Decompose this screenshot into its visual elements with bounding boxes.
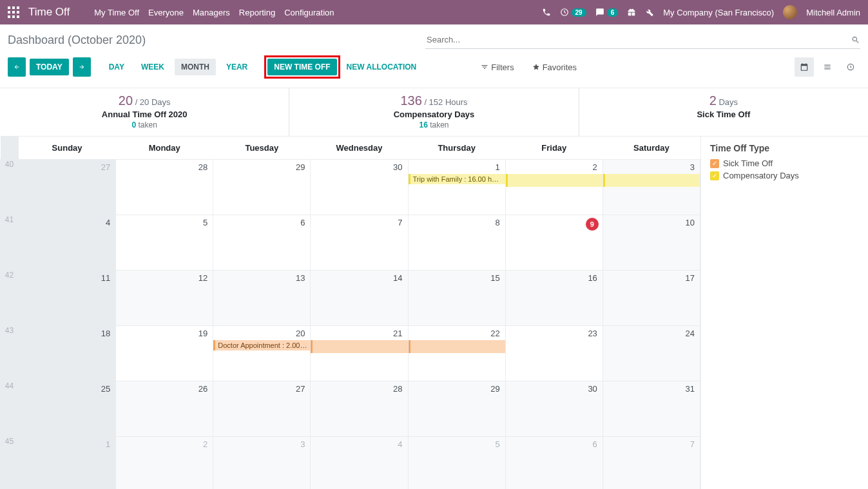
new-allocation-button[interactable]: NEW ALLOCATION: [344, 59, 420, 75]
day-number: 26: [198, 384, 207, 394]
calendar-day[interactable]: 23: [505, 326, 603, 381]
calendar-event-continuation[interactable]: [311, 340, 407, 353]
legend-checkbox[interactable]: ✓: [710, 159, 719, 168]
prev-button[interactable]: [8, 57, 26, 77]
company-selector[interactable]: My Company (San Francisco): [663, 8, 774, 17]
day-number: 11: [101, 273, 110, 283]
calendar-day[interactable]: 27: [19, 160, 116, 215]
calendar-event[interactable]: Trip with Family : 16.00 hours: [409, 174, 505, 184]
phone-icon[interactable]: [542, 8, 551, 17]
calendar-day[interactable]: 11: [19, 271, 116, 326]
calendar-day[interactable]: 1Trip with Family : 16.00 hours: [408, 160, 505, 215]
calendar-day[interactable]: 2: [116, 437, 213, 490]
nav-configuration[interactable]: Configuration: [284, 8, 334, 17]
day-number: 16: [588, 273, 597, 283]
calendar-event-continuation[interactable]: [603, 174, 700, 187]
messages-icon[interactable]: 6: [595, 8, 619, 17]
tools-icon[interactable]: [645, 8, 654, 17]
calendar-day[interactable]: 24: [603, 326, 700, 381]
view-calendar-button[interactable]: [795, 57, 814, 77]
nav-everyone[interactable]: Everyone: [148, 8, 184, 17]
search-input[interactable]: [425, 32, 847, 47]
view-list-button[interactable]: [818, 57, 837, 77]
nav-reporting[interactable]: Reporting: [239, 8, 275, 17]
favorites-button[interactable]: Favorites: [532, 62, 577, 72]
legend-item[interactable]: ✓Sick Time Off: [710, 158, 859, 168]
calendar-day[interactable]: 28: [116, 160, 213, 215]
calendar-day[interactable]: 7: [311, 215, 408, 271]
calendar-day[interactable]: 2: [505, 160, 603, 215]
day-number: 29: [490, 384, 499, 394]
summary-card-annual[interactable]: 20 / 20 Days Annual Time Off 2020 0 take…: [0, 88, 289, 136]
user-name[interactable]: Mitchell Admin: [806, 8, 860, 17]
calendar-day[interactable]: 31: [603, 381, 700, 437]
calendar-day[interactable]: 20Doctor Appointment : 2.00 days: [213, 326, 311, 381]
activity-icon[interactable]: 29: [560, 8, 586, 17]
calendar-day[interactable]: 30: [505, 381, 603, 437]
new-time-off-button[interactable]: NEW TIME OFF: [267, 59, 336, 75]
search-bar[interactable]: [425, 31, 860, 49]
next-button[interactable]: [73, 57, 91, 77]
calendar-day[interactable]: 15: [408, 271, 505, 326]
calendar-day[interactable]: 4: [19, 215, 116, 271]
calendar-day[interactable]: 12: [116, 271, 213, 326]
legend-checkbox[interactable]: ✓: [710, 171, 719, 180]
filters-button[interactable]: Filters: [481, 62, 514, 72]
day-number: 27: [296, 384, 305, 394]
legend-item[interactable]: ✓Compensatory Days: [710, 171, 859, 180]
svg-rect-7: [12, 15, 15, 18]
apps-icon[interactable]: [8, 6, 19, 18]
day-number: 2: [593, 162, 597, 172]
calendar-day[interactable]: 7: [603, 437, 700, 490]
summary-card-comp[interactable]: 136 / 152 Hours Compensatory Days 16 tak…: [289, 88, 579, 136]
summary-unit: / 152 Hours: [422, 97, 468, 107]
today-button[interactable]: TODAY: [30, 59, 69, 75]
calendar-day[interactable]: 27: [213, 381, 311, 437]
calendar-day[interactable]: 10: [603, 215, 700, 271]
avatar[interactable]: [783, 5, 797, 19]
calendar-day[interactable]: 13: [213, 271, 311, 326]
nav-my-time-off[interactable]: My Time Off: [94, 8, 139, 17]
calendar-day[interactable]: 17: [603, 271, 700, 326]
nav-managers[interactable]: Managers: [193, 8, 230, 17]
calendar-day[interactable]: 30: [311, 160, 408, 215]
calendar-day[interactable]: 6: [213, 215, 311, 271]
range-week[interactable]: WEEK: [135, 59, 171, 75]
view-activity-button[interactable]: [841, 57, 860, 77]
calendar-day[interactable]: 5: [116, 215, 213, 271]
calendar-day[interactable]: 3: [213, 437, 311, 490]
range-month[interactable]: MONTH: [175, 59, 216, 75]
calendar: Sunday Monday Tuesday Wednesday Thursday…: [0, 137, 700, 489]
summary-card-sick[interactable]: 2 Days Sick Time Off: [579, 88, 868, 136]
calendar-day[interactable]: 6: [505, 437, 603, 490]
calendar-event-continuation[interactable]: [409, 340, 505, 353]
calendar-day[interactable]: 28: [311, 381, 408, 437]
calendar-day[interactable]: 22: [408, 326, 505, 381]
calendar-event[interactable]: Doctor Appointment : 2.00 days: [213, 340, 310, 350]
calendar-day[interactable]: 21: [311, 326, 408, 381]
calendar-day[interactable]: 25: [19, 381, 116, 437]
calendar-day[interactable]: 1: [19, 437, 116, 490]
calendar-day[interactable]: 18: [19, 326, 116, 381]
calendar-day[interactable]: 19: [116, 326, 213, 381]
calendar-day[interactable]: 14: [311, 271, 408, 326]
calendar-event-continuation[interactable]: [506, 174, 603, 187]
calendar-day[interactable]: 29: [408, 381, 505, 437]
svg-rect-6: [8, 15, 10, 18]
calendar-day[interactable]: 8: [408, 215, 505, 271]
messages-badge: 6: [607, 8, 619, 17]
day-number: 20: [296, 329, 305, 338]
calendar-day[interactable]: 29: [213, 160, 311, 215]
calendar-day[interactable]: 16: [505, 271, 603, 326]
calendar-day[interactable]: 4: [311, 437, 408, 490]
search-icon[interactable]: [851, 35, 860, 44]
calendar-day[interactable]: 3: [603, 160, 700, 215]
calendar-day[interactable]: 5: [408, 437, 505, 490]
week-number: 41: [1, 215, 19, 271]
svg-rect-0: [8, 6, 10, 9]
range-year[interactable]: YEAR: [220, 59, 254, 75]
gift-icon[interactable]: [627, 8, 636, 17]
calendar-day[interactable]: 26: [116, 381, 213, 437]
calendar-day[interactable]: 9: [505, 215, 603, 271]
range-day[interactable]: DAY: [102, 59, 131, 75]
